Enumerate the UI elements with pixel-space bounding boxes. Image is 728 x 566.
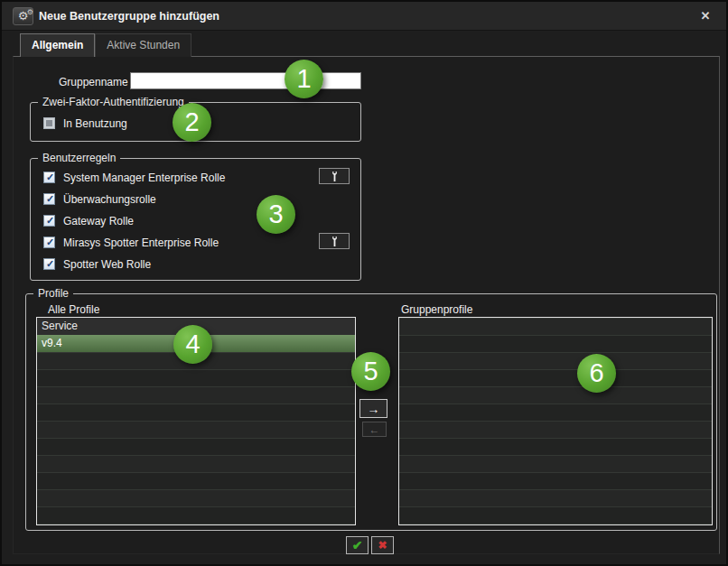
window-gear-icon: ⚙ ⚙ [13, 7, 33, 25]
groupname-label: Gruppenname [59, 76, 135, 88]
callout-badge-6: 6 [577, 354, 616, 393]
role-settings-button-system-manager[interactable] [319, 168, 350, 184]
group-profiles-list[interactable] [398, 317, 713, 525]
role-label: Spotter Web Rolle [63, 258, 151, 271]
profile-legend: Profile [33, 287, 73, 300]
titlebar: ⚙ ⚙ Neue Benutzergruppe hinzufügen ✕ [2, 2, 726, 31]
move-right-button[interactable]: → [359, 399, 387, 418]
tab-content-panel: Gruppenname Zwei-Faktor-Authentifizierun… [13, 56, 720, 554]
cancel-button[interactable]: ✖ [371, 536, 394, 554]
window-title: Neue Benutzergruppe hinzufügen [39, 2, 219, 31]
role-settings-button-mirasys-spotter[interactable] [319, 233, 350, 249]
gear-small-icon: ⚙ [27, 5, 33, 21]
arrow-right-icon: → [368, 402, 380, 416]
role-row-gateway: ✓ Gateway Rolle [43, 213, 134, 228]
user-roles-legend: Benutzerregeln [38, 152, 120, 164]
callout-badge-2: 2 [173, 103, 211, 142]
callout-badge-3: 3 [257, 195, 295, 234]
in-use-row: In Benutzung [43, 116, 127, 131]
role-checkbox-mirasys-spotter[interactable]: ✓ [43, 237, 55, 248]
role-row-mirasys-spotter: ✓ Mirasys Spotter Enterprise Rolle [43, 235, 219, 250]
role-checkbox-system-manager[interactable]: ✓ [43, 172, 55, 183]
role-label: Gateway Rolle [63, 215, 134, 227]
role-label: Überwachungsrolle [63, 193, 156, 206]
user-roles-fieldset: Benutzerregeln ✓ System Manager Enterpri… [30, 158, 361, 281]
move-left-button-disabled[interactable]: ← [362, 422, 387, 437]
callout-badge-1: 1 [285, 60, 323, 98]
cross-icon: ✖ [378, 539, 387, 552]
role-checkbox-spotter-web[interactable]: ✓ [43, 258, 55, 270]
arrow-left-icon: ← [369, 423, 380, 436]
check-icon: ✓ [44, 258, 56, 270]
role-checkbox-ueberwachung[interactable]: ✓ [43, 193, 55, 205]
dialog-window: ⚙ ⚙ Neue Benutzergruppe hinzufügen ✕ All… [0, 0, 728, 566]
group-profiles-label: Gruppenprofile [401, 303, 472, 316]
tab-aktive-stunden[interactable]: Aktive Stunden [95, 33, 191, 57]
role-label: Mirasys Spotter Enterprise Rolle [63, 237, 219, 249]
wrench-icon [330, 236, 340, 247]
callout-badge-4: 4 [173, 325, 212, 364]
checkbox-fill [46, 120, 52, 126]
check-icon: ✓ [44, 193, 56, 205]
in-use-label: In Benutzung [63, 117, 127, 130]
tab-allgemein[interactable]: Allgemein [20, 33, 95, 57]
check-icon: ✓ [44, 215, 56, 227]
role-label: System Manager Enterprise Rolle [63, 172, 225, 184]
profile-fieldset: Profile Alle Profile Gruppenprofile Serv… [25, 293, 717, 531]
check-icon: ✓ [44, 172, 56, 183]
ok-button[interactable]: ✔ [346, 536, 369, 554]
check-icon: ✓ [44, 237, 56, 248]
tab-strip: Allgemein Aktive Stunden [20, 35, 191, 57]
role-row-system-manager: ✓ System Manager Enterprise Rolle [43, 170, 225, 185]
role-checkbox-gateway[interactable]: ✓ [43, 215, 55, 227]
role-row-spotter-web: ✓ Spotter Web Rolle [43, 256, 151, 272]
all-profiles-label: Alle Profile [48, 303, 99, 316]
check-icon: ✔ [352, 538, 363, 552]
two-factor-legend: Zwei-Faktor-Authentifizierung [38, 96, 189, 108]
callout-badge-5: 5 [351, 352, 390, 391]
close-icon[interactable]: ✕ [697, 8, 714, 24]
groupname-input[interactable] [130, 72, 361, 89]
wrench-icon [330, 171, 340, 182]
role-row-ueberwachung: ✓ Überwachungsrolle [43, 191, 156, 207]
in-use-checkbox[interactable] [43, 117, 55, 129]
